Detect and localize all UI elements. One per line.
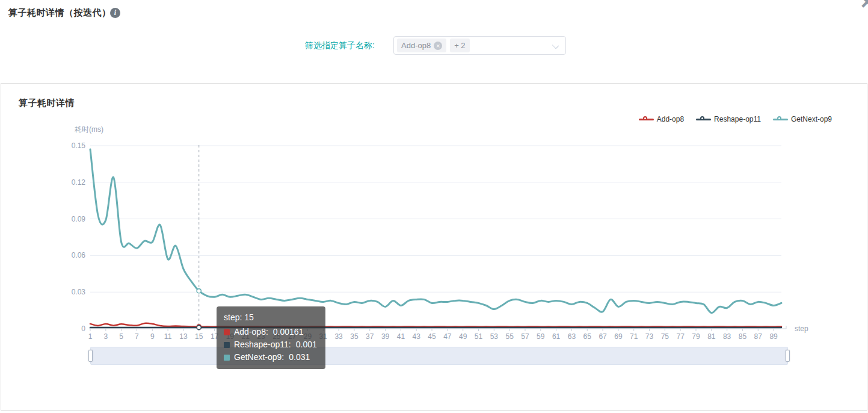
svg-text:23: 23: [257, 332, 265, 341]
svg-text:0.09: 0.09: [72, 215, 86, 223]
filter-row: 筛选指定算子名称: Add-op8×+ 2: [0, 36, 868, 57]
svg-text:81: 81: [707, 332, 716, 341]
svg-text:85: 85: [739, 332, 747, 341]
operator-filter-select[interactable]: Add-op8×+ 2: [393, 36, 566, 55]
svg-text:55: 55: [505, 332, 514, 341]
svg-text:9: 9: [150, 332, 155, 341]
x-axis-name: step: [795, 324, 808, 333]
svg-text:39: 39: [381, 332, 390, 341]
svg-text:0.06: 0.06: [72, 251, 86, 259]
selected-tags: Add-op8×+ 2: [397, 39, 470, 52]
svg-text:7: 7: [135, 332, 139, 341]
svg-text:0.15: 0.15: [72, 141, 86, 150]
svg-text:71: 71: [630, 332, 638, 341]
svg-text:41: 41: [397, 332, 405, 341]
y-axis-labels: 00.030.060.090.120.15: [72, 141, 86, 333]
svg-text:3: 3: [103, 332, 108, 341]
svg-text:19: 19: [226, 332, 235, 341]
svg-text:29: 29: [304, 332, 312, 341]
close-icon[interactable]: ×: [861, 0, 868, 13]
filter-tag[interactable]: + 2: [450, 39, 469, 52]
chart-panel: 算子耗时详情 Add-op8Reshape-op11GetNext-op9 耗时…: [1, 83, 867, 411]
svg-text:15: 15: [195, 332, 203, 341]
svg-text:0.12: 0.12: [72, 178, 86, 187]
svg-text:21: 21: [242, 332, 250, 341]
filter-tag[interactable]: Add-op8×: [397, 39, 446, 52]
svg-text:69: 69: [614, 332, 623, 341]
svg-text:67: 67: [599, 332, 607, 341]
svg-text:49: 49: [459, 332, 467, 341]
svg-text:0: 0: [81, 324, 85, 333]
datazoom-right-handle[interactable]: [786, 350, 790, 362]
series-GetNext-op9: [90, 149, 781, 313]
svg-text:83: 83: [723, 332, 731, 341]
svg-text:75: 75: [661, 332, 669, 341]
svg-text:59: 59: [537, 332, 545, 341]
filter-label: 筛选指定算子名称:: [305, 40, 375, 51]
datazoom-left-handle[interactable]: [88, 350, 93, 362]
svg-text:87: 87: [754, 332, 763, 341]
svg-text:57: 57: [521, 332, 529, 341]
svg-text:77: 77: [676, 332, 685, 341]
svg-text:37: 37: [366, 332, 374, 341]
svg-text:35: 35: [350, 332, 359, 341]
series-lines[interactable]: [90, 149, 781, 328]
svg-text:27: 27: [288, 332, 297, 341]
svg-text:79: 79: [692, 332, 700, 341]
svg-text:89: 89: [769, 332, 778, 341]
svg-text:73: 73: [645, 332, 654, 341]
svg-text:17: 17: [211, 332, 219, 341]
svg-text:63: 63: [568, 332, 576, 341]
chevron-down-icon[interactable]: [552, 42, 559, 49]
svg-text:65: 65: [583, 332, 592, 341]
svg-text:61: 61: [552, 332, 561, 341]
series-Add-op8: [90, 323, 781, 327]
svg-text:51: 51: [475, 332, 483, 341]
svg-text:47: 47: [443, 332, 452, 341]
svg-text:5: 5: [119, 332, 123, 341]
svg-text:43: 43: [413, 332, 421, 341]
datazoom-slider[interactable]: [90, 347, 788, 365]
svg-text:31: 31: [319, 332, 328, 341]
tag-close-icon[interactable]: ×: [434, 42, 442, 50]
svg-text:13: 13: [179, 332, 188, 341]
svg-text:0.03: 0.03: [72, 288, 86, 296]
info-icon[interactable]: i: [110, 8, 120, 18]
page-title: 算子耗时详情（按迭代）: [8, 7, 111, 19]
svg-text:1: 1: [88, 332, 93, 341]
svg-text:45: 45: [428, 332, 436, 341]
svg-text:33: 33: [334, 332, 343, 341]
page: 算子耗时详情（按迭代） i × 筛选指定算子名称: Add-op8×+ 2 算子…: [0, 0, 868, 413]
grid-lines: [90, 146, 781, 292]
y-axis-name: 耗时(ms): [74, 125, 103, 134]
svg-text:53: 53: [490, 332, 499, 341]
svg-text:25: 25: [272, 332, 281, 341]
svg-text:11: 11: [164, 332, 172, 341]
